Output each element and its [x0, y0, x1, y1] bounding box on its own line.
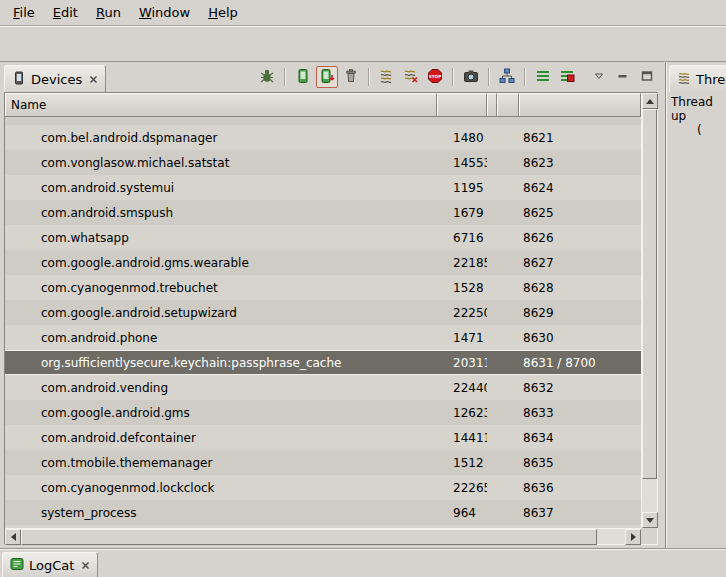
partial-row	[5, 117, 641, 125]
menu-item-help[interactable]: Help	[199, 1, 247, 24]
threads-content: Thread up (	[667, 92, 726, 548]
table-row[interactable]: com.whatsapp 6716 8626	[5, 225, 641, 250]
minimize-button[interactable]	[612, 66, 634, 88]
stop-profiling-icon	[559, 68, 575, 87]
close-icon[interactable]	[81, 561, 90, 570]
scroll-right-button[interactable]	[625, 529, 641, 545]
table-row[interactable]: com.google.android.gms.wearable 22185 86…	[5, 250, 641, 275]
table-row[interactable]: com.cyanogenmod.trebuchet 1528 8628	[5, 275, 641, 300]
devices-panel: Devices	[0, 63, 666, 548]
view-menu-button[interactable]	[588, 66, 610, 88]
table-row[interactable]: com.google.android.gms 12623 8633	[5, 400, 641, 425]
table-row[interactable]: system_process 964 8637	[5, 500, 641, 525]
toolbar-separator	[284, 68, 286, 86]
start-profiling-button[interactable]	[532, 66, 554, 88]
menu-item-run[interactable]: Run	[87, 1, 130, 24]
process-name: com.google.android.gms.wearable	[5, 256, 437, 270]
logcat-icon	[10, 557, 24, 574]
update-heap-button[interactable]	[292, 66, 314, 88]
scroll-up-button[interactable]	[642, 93, 658, 109]
menu-item-window[interactable]: Window	[130, 1, 199, 24]
process-name: com.whatsapp	[5, 231, 437, 245]
table-row[interactable]: com.vonglasow.michael.satstat 14553 8623	[5, 150, 641, 175]
process-pid: 20311	[437, 356, 487, 370]
process-port: 8637	[519, 506, 641, 520]
debug-process-button[interactable]	[256, 66, 278, 88]
hierarchy-view-icon	[499, 68, 515, 87]
toolbar-separator	[488, 68, 490, 86]
column-header-3[interactable]	[497, 93, 519, 117]
column-header-pid[interactable]	[437, 93, 487, 117]
main-area: Devices	[0, 63, 726, 548]
dump-hprof-icon	[319, 68, 335, 87]
tab-devices[interactable]: Devices	[4, 65, 106, 92]
process-port: 8630	[519, 331, 641, 345]
process-name: com.android.vending	[5, 381, 437, 395]
process-port: 8632	[519, 381, 641, 395]
dump-hprof-button[interactable]	[316, 66, 338, 88]
process-name: com.android.phone	[5, 331, 437, 345]
screen-capture-button[interactable]	[460, 66, 482, 88]
process-name: com.google.android.gms	[5, 406, 437, 420]
process-port: 8633	[519, 406, 641, 420]
column-header-2[interactable]	[487, 93, 497, 117]
table-row[interactable]: com.android.systemui 1195 8624	[5, 175, 641, 200]
table-row[interactable]: com.tmobile.thememanager 1512 8635	[5, 450, 641, 475]
process-table: Name com.bel.android.dspmanager 1480 862…	[4, 92, 658, 545]
tab-threads[interactable]: Threads	[669, 65, 726, 92]
process-name: com.cyanogenmod.lockclock	[5, 481, 437, 495]
process-pid: 964	[437, 506, 487, 520]
process-pid: 1679	[437, 206, 487, 220]
threads-view-header: Threads	[667, 63, 726, 92]
process-pid: 1471	[437, 331, 487, 345]
table-row[interactable]: com.android.vending 22440 8632	[5, 375, 641, 400]
vertical-scrollbar[interactable]	[641, 93, 657, 528]
svg-text:STOP: STOP	[429, 73, 442, 78]
menu-item-edit[interactable]: Edit	[44, 1, 87, 24]
horizontal-scrollbar[interactable]	[5, 528, 641, 544]
process-name: system_process	[5, 506, 437, 520]
table-row[interactable]: com.android.phone 1471 8630	[5, 325, 641, 350]
column-header-name[interactable]: Name	[5, 93, 437, 117]
table-row[interactable]: com.bel.android.dspmanager 1480 8621	[5, 125, 641, 150]
process-port: 8624	[519, 181, 641, 195]
horizontal-scroll-thumb[interactable]	[21, 529, 597, 545]
table-row[interactable]: org.sufficientlysecure.keychain:passphra…	[5, 350, 641, 375]
method-profiling-button[interactable]	[400, 66, 422, 88]
process-port: 8627	[519, 256, 641, 270]
process-pid: 1480	[437, 131, 487, 145]
table-row[interactable]: com.android.defcontainer 14411 8634	[5, 425, 641, 450]
process-pid: 22440	[437, 381, 487, 395]
start-profiling-icon	[535, 68, 551, 87]
process-name: com.bel.android.dspmanager	[5, 131, 437, 145]
scroll-down-button[interactable]	[642, 512, 658, 528]
hierarchy-view-button[interactable]	[496, 66, 518, 88]
method-profiling-icon	[403, 68, 419, 87]
process-name: org.sufficientlysecure.keychain:passphra…	[5, 356, 437, 370]
scrollbar-corner	[641, 528, 657, 544]
table-row[interactable]: com.android.smspush 1679 8625	[5, 200, 641, 225]
stop-process-button[interactable]: STOP	[424, 66, 446, 88]
table-header: Name	[5, 93, 641, 117]
maximize-button[interactable]	[636, 66, 658, 88]
device-icon	[12, 71, 26, 88]
close-icon[interactable]	[89, 75, 98, 84]
stop-profiling-button[interactable]	[556, 66, 578, 88]
process-port: 8626	[519, 231, 641, 245]
process-port: 8631 / 8700	[519, 356, 641, 370]
logcat-bar: LogCat	[0, 548, 726, 577]
table-row[interactable]: com.cyanogenmod.lockclock 22265 8636	[5, 475, 641, 500]
process-pid: 22185	[437, 256, 487, 270]
scroll-left-button[interactable]	[5, 529, 21, 545]
column-header-port[interactable]	[519, 93, 641, 117]
table-row[interactable]: com.google.android.setupwizard 22250 862…	[5, 300, 641, 325]
vertical-scroll-thumb[interactable]	[642, 109, 657, 479]
update-threads-button[interactable]	[376, 66, 398, 88]
menu-item-file[interactable]: File	[4, 1, 44, 24]
process-name: com.android.smspush	[5, 206, 437, 220]
cause-gc-button[interactable]	[340, 66, 362, 88]
tab-logcat[interactable]: LogCat	[2, 552, 98, 577]
process-name: com.android.systemui	[5, 181, 437, 195]
devices-view-header: Devices	[0, 63, 665, 92]
process-pid: 6716	[437, 231, 487, 245]
